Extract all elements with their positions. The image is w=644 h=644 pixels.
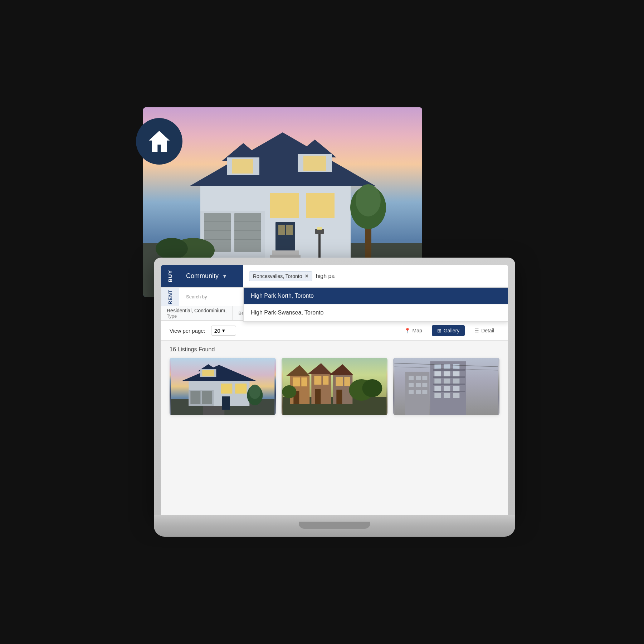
svg-rect-87 bbox=[444, 393, 450, 398]
per-page-value: 20 bbox=[214, 328, 220, 334]
grid-icon: ⊞ bbox=[437, 328, 441, 333]
autocomplete-item-label-0: High Park North, Toronto bbox=[251, 293, 314, 299]
svg-rect-77 bbox=[435, 371, 441, 376]
laptop-notch bbox=[299, 522, 370, 529]
svg-rect-34 bbox=[317, 227, 322, 230]
laptop-base bbox=[154, 515, 515, 537]
listing-image-3 bbox=[393, 358, 499, 415]
svg-rect-85 bbox=[453, 386, 460, 391]
svg-rect-43 bbox=[202, 391, 212, 404]
svg-rect-21 bbox=[303, 156, 326, 171]
svg-rect-68 bbox=[336, 390, 342, 404]
svg-rect-83 bbox=[435, 386, 441, 391]
autocomplete-item-label-1: High Park-Swansea, Toronto bbox=[251, 309, 323, 316]
laptop-screen-bezel: BUY Community ▼ Roncesvalles, Toronto × bbox=[154, 258, 515, 515]
listing-card-2[interactable] bbox=[282, 358, 388, 415]
svg-rect-78 bbox=[444, 371, 450, 376]
search-by-label: Search by bbox=[186, 294, 207, 299]
svg-rect-81 bbox=[444, 379, 450, 384]
buy-search-row: BUY Community ▼ Roncesvalles, Toronto × bbox=[161, 265, 508, 288]
svg-rect-61 bbox=[314, 376, 321, 385]
listing-image-1 bbox=[170, 358, 276, 415]
type-filter-col: Residential, Condominium, Type bbox=[161, 306, 233, 320]
laptop-mockup: BUY Community ▼ Roncesvalles, Toronto × bbox=[154, 258, 515, 537]
main-scene: BUY Community ▼ Roncesvalles, Toronto × bbox=[125, 107, 519, 537]
per-page-select[interactable]: 20 ▾ bbox=[211, 326, 236, 336]
buy-tab[interactable]: BUY bbox=[161, 265, 179, 287]
rent-tab[interactable]: RENT bbox=[161, 288, 179, 306]
svg-rect-79 bbox=[453, 371, 460, 376]
svg-rect-66 bbox=[336, 377, 343, 386]
search-input-area: Roncesvalles, Toronto × bbox=[243, 265, 508, 287]
svg-rect-24 bbox=[286, 225, 293, 235]
app-interface: BUY Community ▼ Roncesvalles, Toronto × bbox=[161, 265, 508, 515]
svg-point-31 bbox=[156, 238, 188, 259]
svg-point-29 bbox=[356, 184, 381, 216]
svg-rect-62 bbox=[323, 376, 328, 385]
listings-grid bbox=[170, 358, 499, 415]
svg-rect-32 bbox=[318, 233, 321, 261]
svg-point-70 bbox=[362, 379, 382, 397]
svg-rect-23 bbox=[278, 225, 285, 235]
detail-view-button[interactable]: ☰ Detail bbox=[469, 325, 499, 336]
listings-area: 16 Listings Found bbox=[161, 341, 508, 515]
location-tag: Roncesvalles, Toronto × bbox=[249, 271, 312, 281]
laptop-screen: BUY Community ▼ Roncesvalles, Toronto × bbox=[161, 265, 508, 515]
svg-rect-48 bbox=[202, 370, 214, 376]
autocomplete-dropdown: High Park North, Toronto High Park-Swans… bbox=[243, 288, 508, 322]
map-icon: 📍 bbox=[404, 328, 410, 333]
type-filter-value: Residential, Condominium, bbox=[167, 308, 226, 313]
autocomplete-container: High Park North, Toronto High Park-Swans… bbox=[161, 288, 508, 321]
detail-btn-label: Detail bbox=[481, 328, 494, 333]
svg-rect-80 bbox=[435, 379, 441, 384]
svg-rect-33 bbox=[315, 229, 324, 234]
dropdown-arrow-icon: ▼ bbox=[222, 273, 227, 279]
community-label: Community bbox=[186, 272, 219, 280]
svg-rect-82 bbox=[453, 379, 460, 384]
search-area: BUY Community ▼ Roncesvalles, Toronto × bbox=[161, 265, 508, 321]
tag-text: Roncesvalles, Toronto bbox=[253, 273, 302, 279]
gallery-view-button[interactable]: ⊞ Gallery bbox=[432, 325, 465, 336]
svg-rect-57 bbox=[301, 377, 307, 386]
svg-point-71 bbox=[282, 385, 296, 398]
svg-rect-89 bbox=[433, 369, 465, 371]
svg-rect-15 bbox=[306, 193, 335, 218]
svg-rect-42 bbox=[190, 391, 200, 404]
autocomplete-item-1[interactable]: High Park-Swansea, Toronto bbox=[244, 304, 508, 321]
listing-card-3[interactable] bbox=[393, 358, 499, 415]
svg-rect-7 bbox=[234, 213, 261, 252]
view-per-page-label: View per page: bbox=[170, 328, 205, 334]
list-icon: ☰ bbox=[474, 328, 479, 333]
svg-rect-102 bbox=[423, 390, 428, 394]
listing-image-2 bbox=[282, 358, 388, 415]
svg-rect-44 bbox=[221, 384, 232, 394]
svg-rect-86 bbox=[435, 393, 441, 398]
svg-rect-14 bbox=[270, 193, 299, 218]
listings-count: 16 Listings Found bbox=[170, 346, 499, 353]
autocomplete-item-0[interactable]: High Park North, Toronto bbox=[244, 288, 508, 304]
tag-close-icon[interactable]: × bbox=[305, 273, 308, 279]
svg-rect-98 bbox=[416, 383, 421, 387]
svg-rect-95 bbox=[416, 376, 421, 380]
svg-rect-45 bbox=[235, 384, 247, 394]
svg-marker-35 bbox=[149, 131, 170, 152]
svg-rect-101 bbox=[416, 390, 421, 394]
view-mode-buttons: 📍 Map ⊞ Gallery ☰ Detail bbox=[399, 325, 499, 336]
svg-rect-91 bbox=[433, 384, 465, 385]
type-filter-label: Type bbox=[167, 313, 226, 319]
community-dropdown[interactable]: Community ▼ bbox=[179, 265, 243, 287]
svg-rect-97 bbox=[409, 383, 414, 387]
map-btn-label: Map bbox=[413, 328, 422, 333]
svg-rect-92 bbox=[433, 391, 465, 392]
svg-rect-18 bbox=[232, 159, 253, 174]
map-view-button[interactable]: 📍 Map bbox=[399, 325, 428, 336]
listing-card-1[interactable] bbox=[170, 358, 276, 415]
per-page-arrow-icon: ▾ bbox=[222, 327, 225, 334]
svg-rect-67 bbox=[344, 377, 350, 386]
home-icon bbox=[147, 129, 172, 154]
svg-rect-88 bbox=[453, 393, 460, 398]
svg-rect-100 bbox=[409, 390, 414, 394]
search-input[interactable] bbox=[316, 273, 502, 279]
app-logo-circle bbox=[136, 118, 182, 165]
svg-rect-49 bbox=[222, 396, 230, 410]
